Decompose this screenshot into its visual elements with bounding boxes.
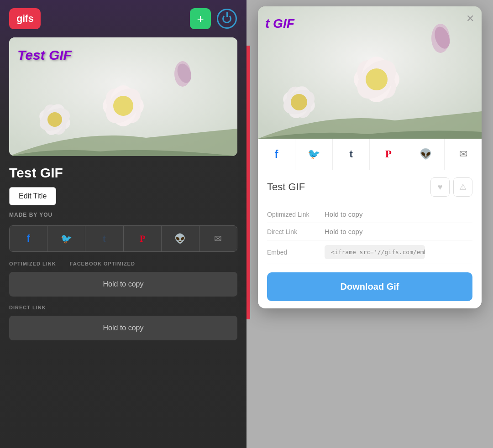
- modal-reddit-button[interactable]: 👽: [407, 139, 445, 170]
- download-gif-button[interactable]: Download Gif: [267, 272, 472, 301]
- modal-title-row: Test GIF ♥ ⚠: [267, 177, 472, 197]
- modal-direct-link-label: Direct Link: [267, 228, 317, 235]
- twitter-icon: 🐦: [61, 233, 72, 244]
- modal-embed-label: Embed: [267, 249, 317, 256]
- right-panel: ✕: [246, 0, 493, 448]
- modal-embed-row: Embed <iframe src='//gifs.com/embec: [267, 240, 472, 264]
- modal-content: Test GIF ♥ ⚠ Optimized Link Hold to copy…: [258, 170, 482, 308]
- modal-direct-link-row: Direct Link Hold to copy: [267, 223, 472, 240]
- modal-email-icon: ✉: [459, 148, 467, 160]
- gif-info: Test GIF Edit Title MADE BY YOU: [0, 156, 246, 225]
- direct-link-tab: DIRECT LINK: [9, 305, 237, 310]
- modal-twitter-icon: 🐦: [308, 148, 320, 160]
- svg-point-5: [113, 96, 133, 116]
- modal-gif-name: Test GIF: [267, 181, 305, 193]
- facebook-share-button[interactable]: f: [10, 226, 47, 251]
- reddit-share-button[interactable]: 👽: [162, 226, 199, 251]
- modal-optimized-link-label: Optimized Link: [267, 211, 317, 218]
- email-icon: ✉: [214, 233, 222, 244]
- modal-embed-value[interactable]: <iframe src='//gifs.com/embec: [325, 245, 425, 259]
- tumblr-share-button[interactable]: t: [85, 226, 123, 251]
- modal-optimized-link-row: Optimized Link Hold to copy: [267, 206, 472, 223]
- top-bar-right: +: [190, 8, 237, 29]
- pinterest-share-button[interactable]: 𝐏: [124, 226, 162, 251]
- optimized-link-tab: OPTIMIZED LINK: [9, 261, 56, 266]
- gif-thumbnail-container[interactable]: Test GIF: [9, 37, 237, 156]
- reddit-icon: 👽: [174, 233, 186, 244]
- modal-action-buttons: ♥ ⚠: [430, 177, 472, 197]
- modal-direct-link-value[interactable]: Hold to copy: [325, 228, 362, 235]
- links-section: OPTIMIZED LINK FACEBOOK OPTIMIZED Hold t…: [0, 252, 246, 349]
- email-share-button[interactable]: ✉: [199, 226, 237, 251]
- top-bar: gifs +: [0, 0, 246, 37]
- modal-gif-title-overlay: t GIF: [265, 16, 294, 31]
- pinterest-icon: 𝐏: [140, 234, 145, 244]
- svg-point-23: [291, 94, 307, 110]
- optimized-copy-text: Hold to copy: [103, 280, 144, 288]
- modal-email-button[interactable]: ✉: [445, 139, 482, 170]
- power-button[interactable]: [216, 8, 237, 29]
- modal: ✕: [258, 6, 482, 308]
- left-panel: gifs +: [0, 0, 246, 448]
- pink-strip: [246, 46, 250, 319]
- modal-share-row: f 🐦 t 𝐏 👽 ✉: [258, 139, 482, 170]
- gifs-logo: gifs: [9, 8, 41, 29]
- optimized-copy-box[interactable]: Hold to copy: [9, 272, 237, 297]
- alert-icon: ⚠: [459, 182, 467, 192]
- gif-name: Test GIF: [9, 165, 237, 181]
- made-by-label: MADE BY YOU: [9, 212, 237, 218]
- edit-title-button[interactable]: Edit Title: [9, 187, 56, 205]
- favorite-button[interactable]: ♥: [430, 177, 450, 197]
- modal-pinterest-icon: 𝐏: [385, 148, 391, 160]
- modal-reddit-icon: 👽: [420, 148, 432, 160]
- modal-facebook-button[interactable]: f: [258, 139, 295, 170]
- modal-gif-preview: t GIF: [258, 6, 482, 139]
- modal-facebook-icon: f: [274, 148, 278, 161]
- facebook-optimized-tab: FACEBOOK OPTIMIZED: [70, 261, 135, 266]
- links-tabs: OPTIMIZED LINK FACEBOOK OPTIMIZED: [9, 261, 237, 266]
- modal-close-button[interactable]: ✕: [466, 13, 474, 25]
- modal-optimized-link-value[interactable]: Hold to copy: [325, 210, 362, 218]
- modal-twitter-button[interactable]: 🐦: [295, 139, 333, 170]
- svg-point-10: [47, 112, 62, 127]
- modal-tumblr-icon: t: [349, 148, 352, 160]
- facebook-icon: f: [26, 233, 30, 245]
- modal-pinterest-button[interactable]: 𝐏: [370, 139, 407, 170]
- report-button[interactable]: ⚠: [453, 177, 472, 197]
- direct-copy-box[interactable]: Hold to copy: [9, 316, 237, 340]
- heart-icon: ♥: [438, 182, 443, 192]
- gif-title-overlay: Test GIF: [17, 47, 72, 63]
- modal-tumblr-button[interactable]: t: [333, 139, 370, 170]
- power-icon: [217, 9, 237, 29]
- direct-copy-text: Hold to copy: [103, 324, 144, 332]
- twitter-share-button[interactable]: 🐦: [47, 226, 85, 251]
- tumblr-icon: t: [103, 234, 106, 244]
- svg-point-18: [366, 68, 388, 90]
- add-button[interactable]: +: [190, 8, 211, 29]
- share-buttons-row: f 🐦 t 𝐏 👽 ✉: [9, 225, 237, 252]
